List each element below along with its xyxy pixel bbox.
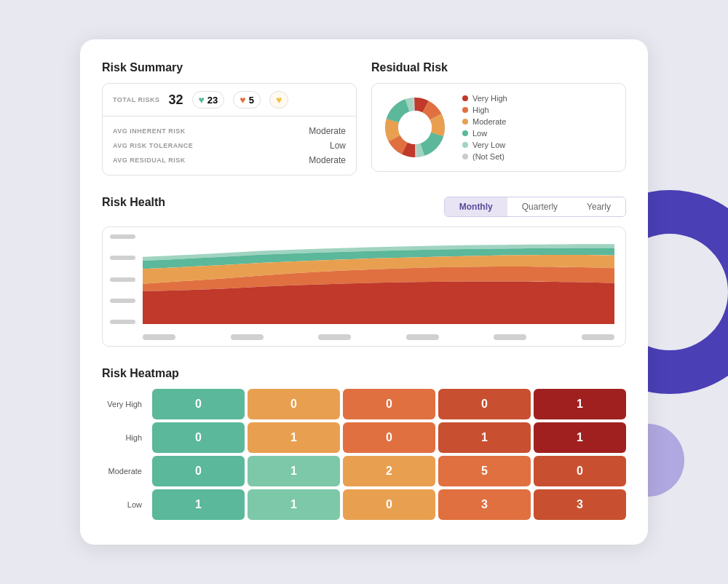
heatmap-cell: 1 [248,489,340,520]
badge-yellow: ♥ [269,91,288,108]
x-label-2 [231,334,264,340]
heatmap-cell: 1 [152,489,245,520]
main-card: Risk Summary TOTAL RISKS 32 ♥ 23 ♥ 5 ♥ [80,39,648,545]
heatmap-cell: 0 [438,389,531,419]
avg-risk-tolerance-value: Low [330,141,346,151]
risk-totals-row: TOTAL RISKS 32 ♥ 23 ♥ 5 ♥ [103,84,356,117]
y-label-5 [110,320,135,324]
legend-dot-moderate [462,119,468,125]
badge-green: ♥ 23 [192,91,225,108]
heatmap-cell: 1 [248,422,340,453]
avg-inherent-risk-row: AVG INHERENT RISK Moderate [113,124,346,138]
avg-risk-tolerance-row: AVG RISK TOLERANCE Low [113,138,346,153]
heatmap-row-label: High [102,433,149,442]
risk-health-header: Risk Health Monthly Quarterly Yearly [102,196,626,218]
badge-green-value: 23 [207,95,218,106]
heatmap-cell: 0 [343,489,435,520]
heatmap-cell: 2 [343,456,435,486]
heatmap-cell: 1 [534,422,626,453]
legend-very-low: Very Low [462,141,507,149]
x-label-4 [406,334,439,340]
svg-point-7 [398,111,432,144]
risk-health-section: Risk Health Monthly Quarterly Yearly [102,196,626,347]
residual-risk-title: Residual Risk [371,61,626,74]
legend-moderate: Moderate [462,117,507,126]
risk-summary-section: Risk Summary TOTAL RISKS 32 ♥ 23 ♥ 5 ♥ [102,61,357,175]
legend-label-not-set: (Not Set) [472,152,505,161]
heatmap-cell: 0 [534,456,626,486]
heatmap-cell: 1 [534,389,626,419]
top-row: Risk Summary TOTAL RISKS 32 ♥ 23 ♥ 5 ♥ [102,61,626,175]
y-label-4 [110,299,135,303]
y-label-3 [110,277,135,282]
total-risks-label: TOTAL RISKS [113,96,160,103]
y-label-1 [110,234,135,239]
avg-residual-risk-row: AVG RESIDUAL RISK Moderate [113,153,346,167]
legend-low: Low [462,129,507,138]
badge-orange-value: 5 [249,95,254,106]
heatmap-cell: 1 [248,456,340,486]
legend-label-high: High [472,106,489,114]
total-risks-value: 32 [169,92,183,108]
tab-yearly[interactable]: Yearly [572,197,625,216]
heart-green-icon: ♥ [199,94,205,106]
tab-quarterly[interactable]: Quarterly [507,197,572,216]
risk-summary-card: TOTAL RISKS 32 ♥ 23 ♥ 5 ♥ [102,83,357,175]
residual-risk-section: Residual Risk [371,61,626,175]
heatmap-row-label: Low [102,500,149,509]
heatmap-cell: 0 [152,389,245,419]
avg-residual-risk-label: AVG RESIDUAL RISK [113,157,186,164]
legend-not-set: (Not Set) [462,152,507,161]
residual-risk-legend: Very High High Moderate Low [462,94,507,161]
residual-card: Very High High Moderate Low [371,83,626,172]
risk-details: AVG INHERENT RISK Moderate AVG RISK TOLE… [103,117,356,175]
legend-dot-low [462,130,468,136]
heatmap-row: Low11033 [102,489,626,520]
chart-x-axis [143,334,614,340]
avg-residual-risk-value: Moderate [309,155,346,165]
legend-dot-very-low [462,142,468,148]
heatmap-row-label: Moderate [102,467,149,476]
tab-monthly[interactable]: Monthly [445,197,507,216]
heatmap-cell: 1 [438,422,531,453]
heatmap-cell: 0 [152,456,245,486]
legend-label-very-low: Very Low [472,141,505,149]
badge-orange: ♥ 5 [233,91,261,108]
heatmap-cell: 0 [248,389,340,419]
heatmap-cell: 5 [438,456,531,486]
x-label-1 [143,334,175,340]
risk-health-tabs: Monthly Quarterly Yearly [444,197,626,217]
risk-health-title: Risk Health [102,196,165,209]
legend-very-high: Very High [462,94,507,103]
avg-inherent-risk-label: AVG INHERENT RISK [113,127,186,135]
legend-dot-high [462,107,468,113]
risk-summary-title: Risk Summary [102,61,357,74]
heatmap-cell: 0 [343,422,435,453]
heart-yellow-icon: ♥ [276,94,282,106]
heatmap-cell: 0 [343,389,435,419]
x-label-3 [318,334,351,340]
chart-y-axis [110,234,139,324]
legend-label-low: Low [472,129,487,138]
avg-inherent-risk-value: Moderate [309,126,346,136]
x-label-5 [494,334,526,340]
y-label-2 [110,256,135,260]
heatmap-grid: Very High00001High01011Moderate01250Low1… [102,389,626,520]
heatmap-cell: 0 [152,422,245,453]
heart-orange-icon: ♥ [240,94,245,106]
heatmap-cell: 3 [438,489,531,520]
avg-risk-tolerance-label: AVG RISK TOLERANCE [113,142,193,149]
heatmap-cell: 3 [534,489,626,520]
chart-svg-area [143,234,614,324]
legend-label-moderate: Moderate [472,117,506,126]
heatmap-row-label: Very High [102,400,149,409]
legend-high: High [462,106,507,114]
risk-heatmap-section: Risk Heatmap Very High00001High01011Mode… [102,367,626,520]
heatmap-row: Moderate01250 [102,456,626,486]
risk-health-chart [102,226,626,347]
legend-dot-not-set [462,154,468,159]
legend-label-very-high: Very High [472,94,507,103]
x-label-6 [582,334,614,340]
risk-heatmap-title: Risk Heatmap [102,367,626,380]
heatmap-row: High01011 [102,422,626,453]
